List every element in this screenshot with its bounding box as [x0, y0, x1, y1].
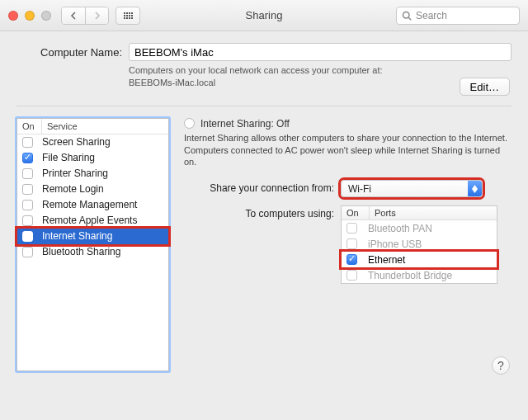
port-row-ethernet[interactable]: Ethernet — [342, 252, 497, 267]
service-label: Printer Sharing — [42, 168, 108, 179]
service-label: Internet Sharing — [42, 230, 112, 242]
service-checkbox[interactable] — [22, 168, 33, 179]
service-checkbox[interactable] — [22, 200, 33, 210]
service-checkbox[interactable] — [22, 231, 33, 242]
hint-line2: BEEBOMs-iMac.local — [129, 78, 215, 87]
search-icon — [402, 11, 412, 21]
show-all-button[interactable] — [116, 7, 140, 25]
content: Computer Name: Computers on your local n… — [0, 31, 528, 385]
separator — [16, 106, 512, 106]
internet-sharing-title: Internet Sharing: Off — [200, 118, 290, 130]
service-list[interactable]: On Service Screen SharingFile SharingPri… — [16, 118, 169, 371]
computer-name-label: Computer Name: — [16, 46, 122, 59]
back-button[interactable] — [62, 7, 85, 24]
minimize-icon[interactable] — [25, 11, 35, 21]
share-from-dropdown[interactable]: Wi-Fi — [341, 180, 483, 197]
computer-name-hint: Computers on your local network can acce… — [129, 64, 512, 89]
close-icon[interactable] — [8, 11, 18, 21]
service-row-bluetooth-sharing[interactable]: Bluetooth Sharing — [17, 244, 168, 260]
service-label: Screen Sharing — [42, 136, 111, 148]
share-from-label: Share your connection from: — [184, 180, 341, 194]
ports-header: On Ports — [342, 206, 497, 220]
service-row-screen-sharing[interactable]: Screen Sharing — [17, 134, 168, 150]
computer-name-field[interactable] — [129, 43, 512, 61]
edit-button[interactable]: Edit… — [460, 78, 510, 96]
nav-buttons — [61, 7, 109, 25]
service-label: Remote Management — [42, 199, 137, 210]
ports-header-on: On — [342, 206, 370, 219]
share-from-row: Share your connection from: Wi-Fi — [184, 180, 512, 197]
port-checkbox[interactable] — [346, 238, 357, 249]
service-checkbox[interactable] — [22, 184, 33, 195]
service-checkbox[interactable] — [22, 137, 33, 148]
service-list-container: On Service Screen SharingFile SharingPri… — [16, 118, 169, 371]
to-computers-row: To computers using: On Ports Bluetooth P… — [184, 205, 512, 284]
port-checkbox[interactable] — [346, 270, 357, 281]
service-list-header: On Service — [17, 119, 168, 134]
service-checkbox[interactable] — [22, 247, 33, 257]
ports-list[interactable]: On Ports Bluetooth PANiPhone USBEthernet… — [341, 205, 497, 284]
search-input[interactable]: Search — [396, 7, 520, 25]
port-label: Bluetooth PAN — [368, 223, 432, 234]
detail-panel: Internet Sharing: Off Internet Sharing a… — [184, 118, 512, 371]
titlebar: Sharing Search — [0, 0, 528, 31]
share-from-value: Wi-Fi — [348, 183, 371, 195]
computer-name-row: Computer Name: — [16, 43, 512, 61]
port-label: iPhone USB — [368, 238, 422, 250]
grid-icon — [124, 12, 133, 19]
chevron-updown-icon — [468, 181, 482, 196]
internet-sharing-title-row: Internet Sharing: Off — [184, 118, 512, 130]
service-label: Remote Login — [42, 183, 104, 195]
hint-line1: Computers on your local network can acce… — [129, 65, 383, 75]
service-row-printer-sharing[interactable]: Printer Sharing — [17, 166, 168, 182]
service-checkbox[interactable] — [22, 215, 33, 226]
port-checkbox[interactable] — [346, 223, 357, 234]
internet-sharing-desc: Internet Sharing allows other computers … — [184, 132, 512, 169]
service-label: Remote Apple Events — [42, 215, 137, 226]
service-checkbox[interactable] — [22, 153, 33, 163]
svg-point-0 — [403, 12, 410, 18]
service-row-internet-sharing[interactable]: Internet Sharing — [17, 229, 168, 244]
svg-line-1 — [408, 17, 411, 20]
forward-button[interactable] — [85, 7, 108, 24]
internet-sharing-radio[interactable] — [184, 118, 195, 129]
window-controls — [8, 11, 51, 21]
service-row-remote-management[interactable]: Remote Management — [17, 197, 168, 213]
port-label: Thunderbolt Bridge — [368, 270, 452, 281]
header-service: Service — [42, 119, 82, 134]
port-row-bluetooth-pan[interactable]: Bluetooth PAN — [342, 220, 497, 236]
service-label: Bluetooth Sharing — [42, 246, 120, 257]
port-row-thunderbolt-bridge[interactable]: Thunderbolt Bridge — [342, 267, 497, 283]
header-on: On — [17, 119, 42, 134]
service-label: File Sharing — [42, 152, 95, 163]
service-row-remote-apple-events[interactable]: Remote Apple Events — [17, 213, 168, 229]
help-icon: ? — [497, 359, 504, 372]
port-checkbox[interactable] — [346, 254, 357, 265]
search-placeholder: Search — [416, 10, 447, 21]
service-row-file-sharing[interactable]: File Sharing — [17, 150, 168, 166]
ports-header-ports: Ports — [370, 206, 401, 219]
zoom-icon[interactable] — [41, 11, 51, 21]
help-button[interactable]: ? — [492, 356, 510, 375]
port-row-iphone-usb[interactable]: iPhone USB — [342, 236, 497, 252]
to-computers-label: To computers using: — [184, 205, 341, 219]
port-label: Ethernet — [368, 254, 405, 266]
service-row-remote-login[interactable]: Remote Login — [17, 182, 168, 197]
